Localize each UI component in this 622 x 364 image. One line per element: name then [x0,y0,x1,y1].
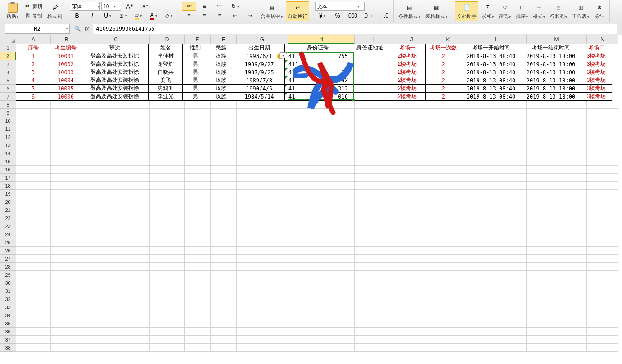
empty-cell[interactable] [51,238,82,247]
cell-f[interactable]: 汉族 [208,68,234,76]
empty-cell[interactable] [288,263,355,271]
empty-cell[interactable] [288,230,355,238]
empty-cell[interactable] [355,303,393,311]
empty-cell[interactable] [587,149,618,157]
empty-cell[interactable] [150,319,185,328]
empty-cell[interactable] [393,230,430,238]
empty-cell[interactable] [587,198,618,206]
empty-cell[interactable] [82,263,150,271]
empty-cell[interactable] [82,101,150,109]
empty-cell[interactable] [82,174,150,182]
empty-cell[interactable] [237,182,288,190]
empty-cell[interactable] [430,279,466,287]
row-header-10[interactable]: 10 [0,117,16,125]
empty-cell[interactable] [237,214,288,222]
empty-cell[interactable] [430,117,466,125]
empty-cell[interactable] [51,230,82,238]
cell-m[interactable]: 2019-8-13 18:00 [521,68,581,76]
row-header-21[interactable]: 21 [0,206,16,214]
empty-cell[interactable] [355,271,393,279]
cell-i[interactable] [351,68,389,76]
empty-cell[interactable] [430,303,466,311]
empty-cell[interactable] [211,101,237,109]
empty-cell[interactable] [237,157,288,166]
empty-cell[interactable] [150,206,185,214]
empty-cell[interactable] [527,222,587,230]
cell-c[interactable]: 登高及高处安装拆除 [81,68,149,76]
empty-cell[interactable] [16,117,51,125]
empty-cell[interactable] [185,157,211,166]
empty-cell[interactable] [82,117,150,125]
cell-e[interactable]: 男 [182,84,208,93]
empty-cell[interactable] [430,247,466,255]
cell-n[interactable]: 3楼考场 [581,68,612,76]
copy-button[interactable]: ⎘复制 [22,11,44,20]
empty-cell[interactable] [16,109,51,117]
empty-cell[interactable] [150,336,185,344]
empty-cell[interactable] [587,190,618,198]
empty-cell[interactable] [587,214,618,222]
empty-cell[interactable] [393,182,430,190]
empty-cell[interactable] [430,255,466,263]
empty-cell[interactable] [237,328,288,336]
empty-cell[interactable] [355,141,393,149]
empty-cell[interactable] [211,247,237,255]
row-header-36[interactable]: 36 [0,328,16,336]
cell-k[interactable]: 2 [425,84,461,93]
empty-cell[interactable] [587,174,618,182]
align-bottom-button[interactable]: ⬸ [212,2,227,11]
row-header-38[interactable]: 38 [0,344,16,352]
empty-cell[interactable] [527,279,587,287]
empty-cell[interactable] [393,125,430,133]
cell-c[interactable]: 登高及高处安装拆除 [81,92,149,101]
empty-cell[interactable] [466,190,527,198]
empty-cell[interactable] [393,109,430,117]
cell-f[interactable]: 汉族 [208,92,234,101]
empty-cell[interactable] [150,190,185,198]
empty-cell[interactable] [393,263,430,271]
empty-cell[interactable] [587,109,618,117]
column-header-C[interactable]: C [82,35,150,44]
empty-cell[interactable] [150,230,185,238]
empty-cell[interactable] [288,101,355,109]
cell-f[interactable]: 汉族 [208,84,234,93]
empty-cell[interactable] [82,222,150,230]
empty-cell[interactable] [185,247,211,255]
doc-helper-button[interactable]: 📄文档助手 [455,1,478,21]
worksheet-button[interactable]: ▥工作表▾ [570,1,591,21]
empty-cell[interactable] [237,174,288,182]
row-header-26[interactable]: 26 [0,247,16,255]
table-header-C[interactable]: 班次 [81,44,149,52]
empty-cell[interactable] [288,238,355,247]
empty-cell[interactable] [288,109,355,117]
align-center-button[interactable]: ≡ [197,11,212,20]
empty-cell[interactable] [393,344,430,352]
empty-cell[interactable] [82,133,150,141]
cell-i[interactable] [351,52,389,60]
empty-cell[interactable] [288,190,355,198]
empty-cell[interactable] [237,287,288,295]
empty-cell[interactable] [185,287,211,295]
cell-d[interactable]: 李佳树 [148,52,183,60]
row-header-20[interactable]: 20 [0,198,16,206]
empty-cell[interactable] [51,336,82,344]
empty-cell[interactable] [355,311,393,319]
empty-cell[interactable] [288,287,355,295]
cell-d[interactable]: 李亚光 [148,92,183,101]
currency-button[interactable]: ¥▾ [315,11,329,20]
empty-cell[interactable] [211,198,237,206]
cell-l[interactable]: 2019-8-13 08:40 [461,52,521,60]
empty-cell[interactable] [587,141,618,149]
cell-a[interactable]: 5 [16,84,50,93]
empty-cell[interactable] [466,174,527,182]
empty-cell[interactable] [237,295,288,303]
empty-cell[interactable] [288,166,355,174]
row-header-37[interactable]: 37 [0,336,16,344]
empty-cell[interactable] [430,198,466,206]
empty-cell[interactable] [527,117,587,125]
empty-cell[interactable] [587,295,618,303]
empty-cell[interactable] [587,303,618,311]
cell-k[interactable]: 2 [425,52,461,60]
empty-cell[interactable] [237,190,288,198]
empty-cell[interactable] [185,182,211,190]
